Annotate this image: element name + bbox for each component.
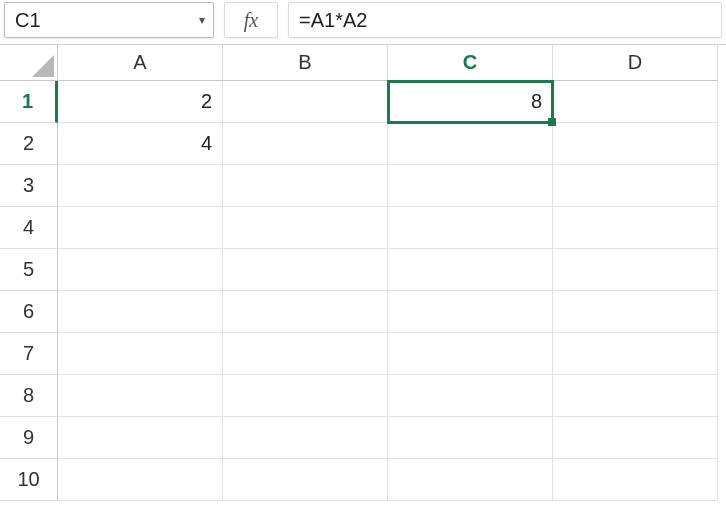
svg-marker-0 (32, 55, 54, 77)
cell-A1[interactable]: 2 (58, 81, 223, 123)
insert-function-button[interactable]: fx (224, 2, 278, 38)
cell-D5[interactable] (553, 249, 718, 291)
formula-bar: C1 ▾ fx =A1*A2 (0, 0, 726, 44)
column-header-C[interactable]: C (388, 45, 553, 81)
cell-B10[interactable] (223, 459, 388, 501)
cell-C9[interactable] (388, 417, 553, 459)
cell-C10[interactable] (388, 459, 553, 501)
cell-C5[interactable] (388, 249, 553, 291)
row-header-6[interactable]: 6 (0, 291, 58, 333)
cell-A7[interactable] (58, 333, 223, 375)
formula-text: =A1*A2 (299, 9, 367, 32)
cell-B4[interactable] (223, 207, 388, 249)
column-header-D[interactable]: D (553, 45, 718, 81)
select-all-icon (32, 55, 54, 77)
cell-D8[interactable] (553, 375, 718, 417)
cell-D10[interactable] (553, 459, 718, 501)
cell-C6[interactable] (388, 291, 553, 333)
cell-A4[interactable] (58, 207, 223, 249)
cell-B3[interactable] (223, 165, 388, 207)
cell-B8[interactable] (223, 375, 388, 417)
cell-C2[interactable] (388, 123, 553, 165)
cell-B7[interactable] (223, 333, 388, 375)
cell-B2[interactable] (223, 123, 388, 165)
row-header-9[interactable]: 9 (0, 417, 58, 459)
select-all-triangle[interactable] (0, 45, 58, 81)
cell-D7[interactable] (553, 333, 718, 375)
row-header-8[interactable]: 8 (0, 375, 58, 417)
cell-D2[interactable] (553, 123, 718, 165)
cell-value: 8 (531, 90, 542, 113)
cell-C4[interactable] (388, 207, 553, 249)
cell-D1[interactable] (553, 81, 718, 123)
cell-D4[interactable] (553, 207, 718, 249)
fill-handle[interactable] (548, 118, 556, 126)
cell-C3[interactable] (388, 165, 553, 207)
fx-icon: fx (244, 9, 258, 32)
row-header-7[interactable]: 7 (0, 333, 58, 375)
cell-A3[interactable] (58, 165, 223, 207)
cell-B5[interactable] (223, 249, 388, 291)
cell-C7[interactable] (388, 333, 553, 375)
cell-A10[interactable] (58, 459, 223, 501)
row-header-1[interactable]: 1 (0, 81, 58, 123)
formula-input[interactable]: =A1*A2 (288, 2, 722, 38)
cell-C8[interactable] (388, 375, 553, 417)
cell-A6[interactable] (58, 291, 223, 333)
row-header-4[interactable]: 4 (0, 207, 58, 249)
name-box-value: C1 (15, 9, 41, 32)
row-header-2[interactable]: 2 (0, 123, 58, 165)
cell-A8[interactable] (58, 375, 223, 417)
cell-A2[interactable]: 4 (58, 123, 223, 165)
cell-B1[interactable] (223, 81, 388, 123)
row-header-5[interactable]: 5 (0, 249, 58, 291)
spreadsheet-grid: A B C D 1 2 8 2 4 3 4 5 6 7 8 9 (0, 44, 726, 501)
cell-C1[interactable]: 8 (388, 81, 553, 123)
cell-D9[interactable] (553, 417, 718, 459)
row-header-10[interactable]: 10 (0, 459, 58, 501)
cell-D6[interactable] (553, 291, 718, 333)
cell-B9[interactable] (223, 417, 388, 459)
name-box[interactable]: C1 ▾ (4, 2, 214, 38)
chevron-down-icon[interactable]: ▾ (199, 13, 205, 27)
cell-A9[interactable] (58, 417, 223, 459)
column-header-B[interactable]: B (223, 45, 388, 81)
cell-B6[interactable] (223, 291, 388, 333)
cell-A5[interactable] (58, 249, 223, 291)
column-header-A[interactable]: A (58, 45, 223, 81)
cell-D3[interactable] (553, 165, 718, 207)
row-header-3[interactable]: 3 (0, 165, 58, 207)
